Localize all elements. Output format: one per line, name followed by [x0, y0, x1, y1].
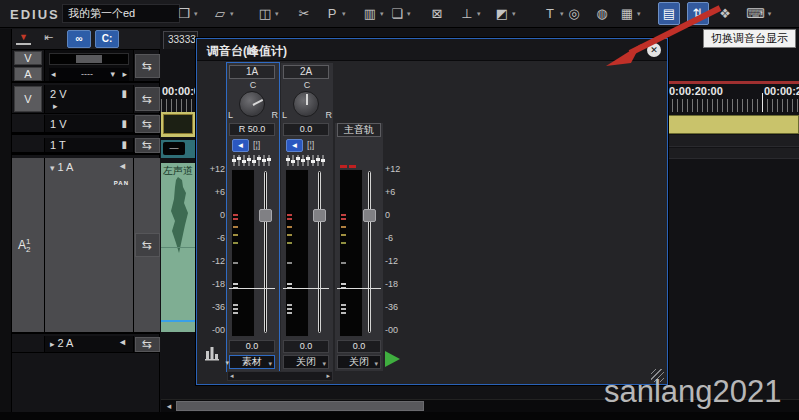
- project-title-field[interactable]: 我的第一个ed: [62, 4, 180, 23]
- channel-mode-dropdown[interactable]: 素材▾: [229, 355, 275, 369]
- track-row-1t[interactable]: 1 T ▮ ⇆: [12, 138, 160, 155]
- delete-icon[interactable]: ⊠: [430, 2, 444, 25]
- swap-icon[interactable]: ⇆: [135, 138, 160, 153]
- gain-value[interactable]: 0.0: [283, 340, 329, 353]
- audio-mixer-icon[interactable]: ⇅: [687, 2, 709, 25]
- empty-track-row: [667, 148, 799, 159]
- track-mute-button[interactable]: V: [14, 86, 42, 112]
- prev-arrow-icon[interactable]: ◂: [51, 69, 56, 79]
- timeline-display-icon[interactable]: ▤: [658, 2, 680, 25]
- strip-scrollbar[interactable]: ◂ ▸: [227, 371, 333, 381]
- main-toolbar: EDIUS 我的第一个ed ❒▾▱▾◫▾✂P▾▥▾❏▾⊠⊥▾◩▾T▾◎◍▦▾▤⇅…: [0, 0, 799, 28]
- speaker-icon[interactable]: ◄: [118, 337, 127, 347]
- meter-tick: [233, 226, 238, 228]
- jump-icon[interactable]: ⇤: [44, 31, 53, 44]
- swap-icon[interactable]: ⇆: [135, 337, 160, 352]
- volume-fader[interactable]: [363, 169, 377, 337]
- title-icon[interactable]: T▾: [543, 2, 564, 25]
- audio-clip[interactable]: 左声道: [161, 163, 197, 332]
- close-icon[interactable]: ✕: [647, 43, 661, 57]
- capture-icon[interactable]: ◎: [567, 2, 581, 25]
- slider-thumb[interactable]: [76, 55, 102, 63]
- knob-pointer: [253, 99, 264, 106]
- copy-icon[interactable]: ❏▾: [390, 2, 411, 25]
- pan-center-label: C: [281, 80, 333, 90]
- save-icon[interactable]: ◫▾: [258, 2, 279, 25]
- sequence-tab[interactable]: 33333: [163, 31, 198, 49]
- audio-select-button[interactable]: A: [14, 67, 42, 81]
- video-select-button[interactable]: V: [14, 51, 42, 65]
- fader-handle[interactable]: [313, 209, 326, 222]
- open-project-icon[interactable]: ▱▾: [213, 2, 234, 25]
- ruler-red-line: [667, 81, 799, 84]
- cut-icon[interactable]: ✂: [297, 2, 311, 25]
- gain-value[interactable]: 0.0: [337, 340, 381, 353]
- swap-icon[interactable]: ⇆: [135, 87, 160, 111]
- track-row-2a[interactable]: ▸2 A ◄ ⇆: [12, 336, 160, 353]
- swap-icon[interactable]: ⇆: [135, 54, 160, 78]
- paste-icon[interactable]: ▥▾: [363, 2, 384, 25]
- ripple-mode-button[interactable]: C:: [95, 30, 119, 48]
- gain-value[interactable]: 0.0: [229, 340, 275, 353]
- fader-handle[interactable]: [259, 209, 272, 222]
- fader-reference-line: [229, 288, 275, 289]
- new-sequence-icon[interactable]: ❒▾: [177, 2, 198, 25]
- scrollbar-thumb[interactable]: [176, 401, 424, 411]
- swap-icon[interactable]: ⇆: [135, 233, 160, 257]
- ruler-ticks[interactable]: [161, 99, 197, 112]
- letter-p-icon[interactable]: P▾: [325, 2, 346, 25]
- db-scale-label: 0: [385, 210, 409, 220]
- swap-icon[interactable]: ⇆: [135, 115, 160, 133]
- track-row-2v[interactable]: V 2 V ▮ ▸ ⇆: [12, 85, 160, 114]
- pan-knob[interactable]: [239, 91, 265, 117]
- monitor-icon[interactable]: [¦]: [253, 140, 260, 150]
- speaker-mute-button[interactable]: ◄: [232, 139, 249, 152]
- eq-sliders-icon[interactable]: [285, 154, 327, 167]
- meter-tick: [233, 262, 238, 264]
- chevron-down-icon[interactable]: ▾: [110, 69, 115, 79]
- pan-value[interactable]: R 50.0: [229, 123, 275, 136]
- sync-mode-button[interactable]: ∞: [67, 30, 91, 48]
- volume-fader[interactable]: [313, 169, 327, 337]
- video-clip[interactable]: [667, 115, 799, 134]
- voiceover-icon[interactable]: ◍: [595, 2, 609, 25]
- meter-tick: [341, 312, 346, 314]
- eq-sliders-icon[interactable]: [231, 154, 273, 167]
- pan-value[interactable]: 0.0: [283, 123, 329, 136]
- collapse-icon[interactable]: ▾: [50, 163, 55, 173]
- fader-handle[interactable]: [363, 209, 376, 222]
- play-button[interactable]: [385, 351, 400, 367]
- channel-mode-dropdown[interactable]: 关闭▾: [337, 355, 381, 369]
- volume-fader[interactable]: [259, 169, 273, 337]
- film-icon: ▮: [121, 118, 127, 129]
- scroll-right-icon[interactable]: ▸: [326, 372, 330, 380]
- speaker-icon[interactable]: ◄: [118, 161, 127, 171]
- track-row-1v[interactable]: 1 V ▮ ⇆: [12, 115, 160, 135]
- add-cut-point-icon[interactable]: ⊥▾: [460, 2, 481, 25]
- expand-icon[interactable]: ▸: [50, 339, 55, 349]
- monitor-icon[interactable]: [¦]: [307, 140, 314, 150]
- pan-knob[interactable]: [293, 91, 319, 117]
- export-icon[interactable]: ▦▾: [620, 2, 641, 25]
- clip-divider: [161, 247, 197, 248]
- layouter-icon[interactable]: ◩▾: [495, 2, 516, 25]
- keyboard-icon[interactable]: ⌨▾: [746, 2, 771, 25]
- ruler-ticks[interactable]: [667, 99, 799, 112]
- dialog-title-bar[interactable]: 调音台(峰值计): [197, 39, 667, 61]
- db-scale-label: +12: [201, 164, 225, 174]
- speaker-mute-button[interactable]: ◄: [286, 139, 303, 152]
- db-scale-label: -18: [385, 279, 409, 289]
- scroll-left-icon[interactable]: ◂: [230, 372, 234, 380]
- meter-mode-button[interactable]: ▾: [205, 345, 227, 367]
- expand-icon[interactable]: ▸: [53, 101, 58, 111]
- title-clip[interactable]: —: [161, 140, 197, 158]
- sequence-marker-dropdown[interactable]: ◂ ---- ▾ ▸: [49, 68, 129, 81]
- next-arrow-icon[interactable]: ▸: [122, 69, 127, 79]
- video-clip-thumbnail[interactable]: [161, 112, 197, 137]
- channel-mode-dropdown[interactable]: 关闭▾: [283, 355, 329, 369]
- scope-icon[interactable]: ❖: [718, 2, 732, 25]
- track-row-1a[interactable]: A12 ▾1 A ◄ PAN ⇆: [12, 158, 160, 334]
- add-marker-icon[interactable]: ▼: [16, 31, 31, 45]
- track-zoom-slider[interactable]: [49, 53, 129, 65]
- db-scale-label: -00: [385, 325, 409, 335]
